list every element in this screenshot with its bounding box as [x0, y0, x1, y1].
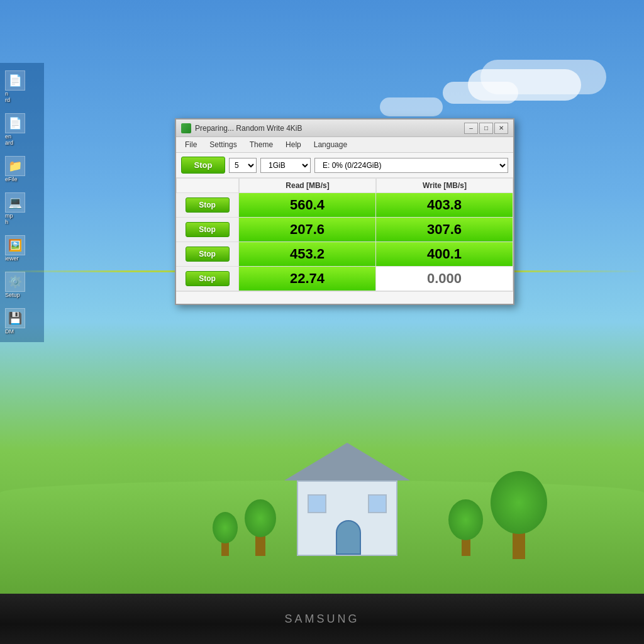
row-3-read: 453.2 [239, 242, 376, 266]
sidebar-label-4: iewer [5, 255, 19, 262]
table-row: Stop 22.74 0.000 [176, 267, 513, 291]
tree-right-2 [448, 493, 483, 556]
sidebar-icon-3: 💻 [5, 192, 25, 213]
sidebar-label-5: Setup [5, 292, 20, 298]
row-1-write: 403.8 [376, 193, 513, 217]
menu-file[interactable]: File [179, 138, 203, 151]
landscape [0, 418, 644, 619]
sidebar-label-6: DM [5, 328, 14, 335]
sidebar-icon-1: 📄 [5, 113, 25, 133]
table-row: Stop 560.4 403.8 [176, 193, 513, 218]
main-stop-button[interactable]: Stop [181, 157, 225, 174]
sidebar-icon-2: 📁 [5, 156, 25, 176]
sidebar-item-4[interactable]: 🖼️ iewer [3, 233, 42, 264]
house-roof [284, 443, 410, 480]
house [284, 443, 410, 556]
window-title: Preparing... Random Write 4KiB [195, 124, 460, 133]
menu-theme[interactable]: Theme [243, 138, 279, 151]
tree-top [448, 499, 483, 540]
sidebar-item-1[interactable]: 📄 enard [3, 111, 42, 148]
menu-settings[interactable]: Settings [203, 138, 243, 151]
minimize-button[interactable]: – [464, 123, 478, 134]
row-4-stop-label[interactable]: Stop [176, 267, 239, 291]
row-1-read: 560.4 [239, 193, 376, 217]
col-header-empty [176, 178, 239, 193]
tree-top [491, 471, 547, 534]
stop-btn-row-3[interactable]: Stop [186, 247, 230, 262]
sidebar-label-0: nrd [5, 91, 10, 103]
crystaldiskmark-window: Preparing... Random Write 4KiB – □ ✕ Fil… [175, 118, 514, 305]
desktop-sidebar: 📄 nrd 📄 enard 📁 eFile 💻 mph 🖼️ iewer ⚙️ … [0, 63, 44, 342]
app-icon [181, 123, 191, 133]
desktop-background: 📄 nrd 📄 enard 📁 eFile 💻 mph 🖼️ iewer ⚙️ … [0, 0, 644, 644]
row-2-read: 207.6 [239, 218, 376, 242]
col-header-write: Write [MB/s] [376, 178, 513, 193]
tree-top [213, 512, 238, 543]
window-bottom-bar [176, 291, 513, 304]
tree-left-1 [245, 493, 276, 556]
stop-btn-row-2[interactable]: Stop [186, 222, 230, 237]
menu-help[interactable]: Help [279, 138, 308, 151]
sidebar-item-5[interactable]: ⚙️ Setup [3, 269, 42, 301]
row-3-write: 400.1 [376, 242, 513, 266]
row-4-read: 22.74 [239, 267, 376, 291]
row-4-write: 0.000 [376, 267, 513, 291]
row-2-write: 307.6 [376, 218, 513, 242]
menu-bar: File Settings Theme Help Language [176, 137, 513, 153]
row-3-stop-label[interactable]: Stop [176, 242, 239, 266]
table-row: Stop 207.6 307.6 [176, 218, 513, 242]
sidebar-icon-5: ⚙️ [5, 272, 25, 292]
tree-right-1 [491, 465, 547, 559]
cloud-3 [480, 60, 606, 94]
sidebar-item-6[interactable]: 💾 DM [3, 306, 42, 337]
close-button[interactable]: ✕ [494, 123, 508, 134]
drive-select[interactable]: E: 0% (0/224GiB) [314, 158, 508, 173]
house-window-left [308, 494, 326, 513]
house-window-right [368, 494, 387, 513]
sidebar-icon-6: 💾 [5, 308, 25, 328]
table-header: Read [MB/s] Write [MB/s] [176, 178, 513, 193]
tree-left-2 [213, 506, 238, 556]
table-row: Stop 453.2 400.1 [176, 242, 513, 267]
size-select[interactable]: 1GiB 512MB 2GiB 4GiB [260, 158, 311, 173]
col-header-read: Read [MB/s] [239, 178, 376, 193]
monitor-bezel: SAMSUNG [0, 594, 644, 644]
tree-top [245, 499, 276, 537]
window-titlebar: Preparing... Random Write 4KiB – □ ✕ [176, 119, 513, 137]
menu-language[interactable]: Language [308, 138, 353, 151]
sidebar-label-1: enard [5, 133, 13, 146]
maximize-button[interactable]: □ [479, 123, 493, 134]
sidebar-label-2: eFile [5, 176, 18, 182]
row-1-stop-button[interactable]: Stop [176, 193, 239, 217]
house-body [297, 480, 397, 556]
cloud-4 [380, 97, 443, 116]
sidebar-icon-4: 🖼️ [5, 235, 25, 255]
window-controls: – □ ✕ [464, 123, 508, 134]
toolbar: Stop 5 1 3 10 1GiB 512MB 2GiB 4GiB E: 0%… [176, 153, 513, 178]
stop-btn-row-4[interactable]: Stop [186, 271, 230, 286]
sidebar-item-3[interactable]: 💻 mph [3, 190, 42, 228]
count-select[interactable]: 5 1 3 10 [229, 158, 257, 173]
row-2-stop-label[interactable]: Stop [176, 218, 239, 242]
sidebar-label-3: mph [5, 213, 13, 225]
stop-btn-row-1[interactable]: Stop [186, 197, 230, 213]
sidebar-icon-0: 📄 [5, 70, 25, 91]
sidebar-item-0[interactable]: 📄 nrd [3, 68, 42, 106]
sidebar-item-2[interactable]: 📁 eFile [3, 153, 42, 185]
house-door [336, 520, 361, 555]
monitor-brand: SAMSUNG [284, 613, 359, 626]
